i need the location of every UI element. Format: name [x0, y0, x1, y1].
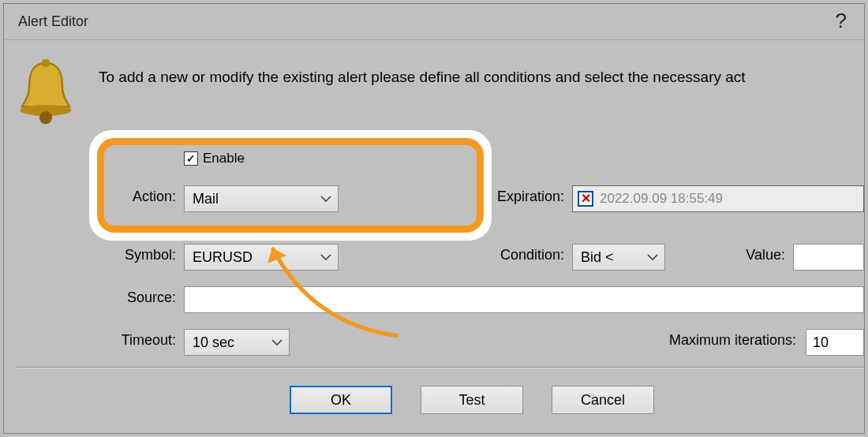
expiration-value: 2022.09.09 18:55:49 — [600, 191, 723, 207]
source-label: Source: — [105, 289, 176, 306]
condition-value: Bid < — [581, 249, 614, 266]
cancel-button[interactable]: Cancel — [552, 386, 654, 414]
max-iter-label: Maximum iterations: — [623, 332, 796, 349]
condition-dropdown[interactable]: Bid < — [572, 244, 665, 271]
divider — [17, 367, 864, 368]
chevron-down-icon — [647, 254, 658, 260]
enable-row: Enable — [184, 151, 245, 166]
value-input[interactable] — [793, 244, 864, 271]
chevron-down-icon — [320, 254, 331, 260]
timeout-value: 10 sec — [193, 334, 234, 351]
svg-point-2 — [39, 111, 52, 124]
clear-date-icon[interactable]: ✕ — [578, 191, 593, 207]
enable-checkbox[interactable] — [184, 151, 198, 166]
timeout-label: Timeout: — [97, 332, 176, 349]
max-iter-value: 10 — [813, 334, 829, 351]
svg-rect-0 — [42, 59, 49, 66]
ok-button[interactable]: OK — [290, 386, 392, 414]
symbol-value: EURUSD — [193, 249, 253, 266]
expiration-field[interactable]: ✕ 2022.09.09 18:55:49 — [572, 185, 864, 212]
timeout-dropdown[interactable]: 10 sec — [184, 329, 290, 356]
instruction-text: To add a new or modify the existing aler… — [99, 69, 864, 86]
bell-icon — [17, 59, 75, 127]
help-button[interactable]: ? — [836, 9, 847, 33]
value-label: Value: — [730, 247, 785, 263]
expiration-label: Expiration: — [462, 189, 564, 205]
test-label: Test — [458, 392, 485, 409]
action-label: Action: — [113, 189, 176, 205]
symbol-dropdown[interactable]: EURUSD — [184, 244, 339, 271]
titlebar: Alert Editor ? — [4, 4, 864, 40]
cancel-label: Cancel — [581, 392, 625, 409]
action-dropdown[interactable]: Mail — [184, 185, 339, 212]
condition-label: Condition: — [470, 247, 564, 263]
source-input[interactable] — [184, 286, 864, 313]
window-title: Alert Editor — [18, 13, 88, 30]
chevron-down-icon — [271, 339, 282, 345]
action-value: Mail — [193, 191, 219, 207]
test-button[interactable]: Test — [421, 386, 523, 414]
dialog-client: To add a new or modify the existing aler… — [4, 40, 864, 433]
symbol-label: Symbol: — [97, 247, 176, 263]
alert-editor-window: Alert Editor ? To add a new or modify th… — [3, 3, 865, 434]
chevron-down-icon — [320, 196, 331, 202]
enable-label: Enable — [203, 151, 245, 166]
ok-label: OK — [331, 392, 351, 409]
max-iter-input[interactable]: 10 — [806, 329, 864, 356]
